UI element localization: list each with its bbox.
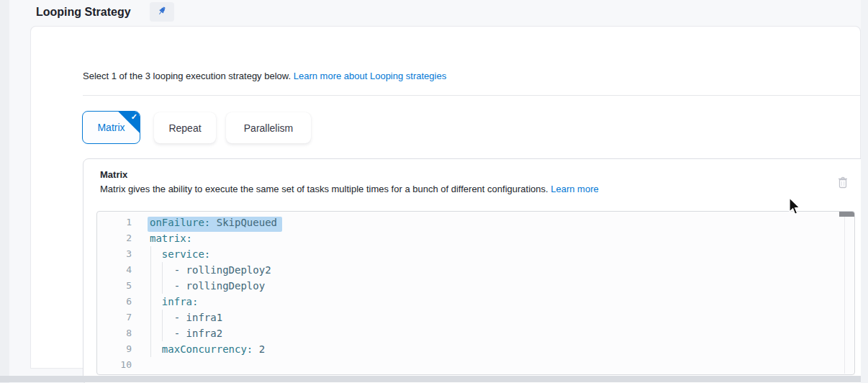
pin-button[interactable] (150, 2, 174, 22)
page-title: Looping Strategy (36, 6, 131, 19)
matrix-strategy-card: Matrix Matrix gives the ability to execu… (83, 158, 868, 383)
looping-strategy-screen: Looping Strategy Select 1 of the 3 loopi… (0, 0, 868, 383)
page-right-gutter (861, 0, 868, 383)
trash-icon (837, 180, 849, 191)
tab-parallelism[interactable]: Parallelism (226, 112, 311, 143)
line-number: 3 (97, 246, 132, 262)
intro-text: Select 1 of the 3 looping execution stra… (83, 71, 446, 81)
line-number: 10 (97, 357, 132, 373)
line-number: 1 (97, 215, 132, 230)
check-icon: ✓ (131, 112, 137, 122)
code-line[interactable]: 9 maxConcurrency: 2 (97, 341, 854, 357)
yaml-editor[interactable]: 1 onFailure: SkipQueued 2 matrix: 3 serv… (96, 211, 855, 375)
line-number: 8 (97, 325, 132, 341)
looping-strategy-panel: Select 1 of the 3 looping execution stra… (30, 26, 861, 369)
pin-icon (156, 5, 168, 19)
code-line[interactable]: 7 - infra1 (97, 310, 854, 325)
page-bottom-edge (0, 376, 868, 382)
tab-matrix[interactable]: Matrix ✓ (82, 111, 140, 144)
learn-more-link[interactable]: Learn more (551, 184, 598, 194)
matrix-card-title: Matrix (100, 169, 127, 180)
code-line[interactable]: 8 - infra2 (97, 325, 854, 341)
line-number: 7 (97, 310, 132, 325)
code-line[interactable]: 3 service: (97, 246, 854, 262)
delete-strategy-button[interactable] (833, 174, 852, 192)
code-line[interactable]: 10 (97, 357, 854, 373)
mouse-pointer-icon (789, 197, 802, 219)
editor-scrollbar[interactable] (844, 212, 845, 374)
line-number: 5 (97, 278, 132, 294)
intro-divider (83, 95, 868, 96)
code-line[interactable]: 4 - rollingDeploy2 (97, 262, 854, 278)
matrix-description-text: Matrix gives the ability to execute the … (100, 184, 548, 194)
looping-strategies-link[interactable]: Learn more about Looping strategies (294, 71, 446, 81)
code-line[interactable]: 1 onFailure: SkipQueued (97, 215, 854, 230)
page-left-gutter (0, 0, 9, 383)
code-line[interactable]: 6 infra: (97, 294, 854, 310)
tab-parallelism-label: Parallelism (244, 122, 293, 134)
code-lines: 1 onFailure: SkipQueued 2 matrix: 3 serv… (97, 215, 854, 373)
matrix-card-description: Matrix gives the ability to execute the … (100, 184, 599, 194)
line-number: 4 (97, 262, 132, 278)
code-line[interactable]: 2 matrix: (97, 230, 854, 246)
tab-repeat-label: Repeat (168, 122, 201, 134)
line-number: 2 (97, 230, 132, 246)
tab-repeat[interactable]: Repeat (154, 112, 216, 143)
line-number: 6 (97, 294, 132, 310)
tab-matrix-label: Matrix (97, 122, 125, 133)
line-number: 9 (97, 341, 132, 357)
editor-scroll-shadow (839, 212, 854, 217)
intro-sentence: Select 1 of the 3 looping execution stra… (83, 71, 291, 81)
code-line[interactable]: 5 - rollingDeploy (97, 278, 854, 294)
